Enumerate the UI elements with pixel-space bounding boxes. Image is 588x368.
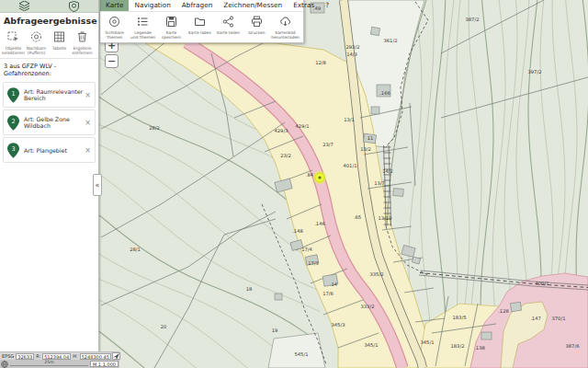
tool-caption: selektieren <box>2 51 25 55</box>
parcel-label: 13/2 <box>360 146 371 152</box>
map-pin-icon: 1 <box>7 87 19 103</box>
buffer-icon <box>30 31 42 42</box>
tool-caption: entfernen <box>71 51 94 55</box>
result-highlight-marker[interactable] <box>313 171 326 184</box>
map-scale-value[interactable]: M 1:1.000 <box>90 361 119 367</box>
select-objects-icon <box>7 31 19 42</box>
results-badge-icon <box>69 1 79 12</box>
parcel-label: 17/3 <box>308 260 319 266</box>
sidebar-collapse-handle[interactable]: « <box>93 174 102 196</box>
svg-text:1: 1 <box>11 89 15 97</box>
result-item[interactable]: 2 Art: Gelbe Zone Wildbach × <box>3 109 96 135</box>
tool-caption: speichern <box>157 36 186 40</box>
epsg-value[interactable]: 32633 <box>16 353 34 360</box>
parcel-label: 345/1 <box>365 342 379 348</box>
map-pin-icon: 2 <box>7 115 19 131</box>
visible-themes-button[interactable]: Sichtbare Themen <box>100 14 129 40</box>
parcel-label: 11 <box>368 135 374 141</box>
share-icon <box>222 16 234 28</box>
menu-tab-strip: Karte Navigation Abfragen Zeichnen/Messe… <box>100 0 303 12</box>
result-label: Art: Plangebiet <box>24 147 86 154</box>
result-label: Art: Gelbe Zone Wildbach <box>24 116 86 129</box>
scale-row: 25m M 1:1.000 <box>0 360 119 368</box>
r-coordinate-value[interactable]: 512394.04 <box>42 353 71 360</box>
legend-icon <box>137 16 149 28</box>
cloud-download-icon <box>279 16 291 28</box>
result-item[interactable]: 1 Art: Raumrelevanter Bereich × <box>3 82 96 108</box>
sidebar-title: Abfrageergebnisse <box>0 13 98 28</box>
parcel-label: .128 <box>498 308 509 314</box>
parcel-label: 28/1 <box>130 247 141 252</box>
tab-karte[interactable]: Karte <box>100 0 129 11</box>
save-icon <box>165 16 177 28</box>
load-map-button[interactable]: Karte laden <box>186 14 214 40</box>
table-button[interactable]: Tabelle <box>48 29 71 55</box>
select-objects-button[interactable]: Objekte selektieren <box>2 29 25 55</box>
building <box>275 293 282 300</box>
parcel-label: 23/7 <box>322 142 334 147</box>
results-panel-tab[interactable] <box>50 0 99 13</box>
parcel-label: .147 <box>530 316 541 321</box>
remove-results-button[interactable]: Ergebnis entfernen <box>71 29 94 55</box>
zoom-out-button[interactable]: − <box>105 54 119 68</box>
parcel-label: 335/2 <box>370 271 384 277</box>
tab-zeichnen-messen[interactable]: Zeichnen/Messen <box>218 0 288 11</box>
share-map-button[interactable]: Karte teilen <box>214 14 243 40</box>
tool-caption: Karte teilen <box>214 31 243 36</box>
parcel-label: 183/2 <box>451 343 465 349</box>
results-header: 3 aus GFZP WLV - Gefahrenzonen: <box>0 59 98 80</box>
parcel-label: 18 <box>246 286 253 292</box>
coordinate-row: EPSG 32633 R: 512394.04 H: 5248300.45 <box>0 351 119 360</box>
tool-caption: Drucken <box>243 31 271 36</box>
result-label: Art: Raumrelevanter Bereich <box>24 88 86 101</box>
print-button[interactable]: Drucken <box>243 14 271 40</box>
folder-icon <box>194 16 206 28</box>
result-item[interactable]: 3 Art: Plangebiet × <box>3 137 96 163</box>
parcel-label: .14 <box>330 282 338 287</box>
building <box>371 107 379 114</box>
tool-caption: Tabelle <box>48 46 71 51</box>
r-label: R: <box>36 353 40 359</box>
layers-panel-tab[interactable] <box>0 0 50 13</box>
tab-navigation[interactable]: Navigation <box>129 0 175 11</box>
svg-text:2: 2 <box>11 117 15 124</box>
parcel-label: 17/6 <box>322 291 334 296</box>
parcel-label: .146 <box>314 221 325 226</box>
parcel-label: 387/2 <box>466 17 480 22</box>
h-coordinate-value[interactable]: 5248300.45 <box>80 353 111 360</box>
legend-themes-button[interactable]: Legende und Themen <box>129 14 157 40</box>
building <box>370 27 379 35</box>
parcel-label: 397/2 <box>528 69 542 75</box>
scalebar-label: 25m <box>44 360 53 364</box>
download-map-image-button[interactable]: Kartenbild herunterladen <box>271 14 300 40</box>
svg-text:3: 3 <box>11 144 15 152</box>
parcel-label: 345/1 <box>421 339 435 345</box>
table-icon <box>53 31 65 42</box>
close-icon[interactable]: × <box>85 91 91 99</box>
tab-abfragen[interactable]: Abfragen <box>176 0 218 11</box>
parcel-label: 545/1 <box>295 351 309 357</box>
scalebar-line <box>10 365 88 366</box>
tab-extras[interactable]: Extras <box>288 0 320 11</box>
parcel-label: 293/2 <box>346 44 360 50</box>
disc-icon <box>108 16 120 28</box>
parcel-label: 14/3 <box>346 52 357 57</box>
parcel-label: .148 <box>292 228 303 234</box>
parcel-label: 12/8 <box>315 60 326 65</box>
parcel-label: 400/1 <box>536 281 549 286</box>
tool-caption: (Puffern) <box>25 51 48 55</box>
buffer-neighbours-button[interactable]: Nachbarn (Puffern) <box>25 29 48 55</box>
close-icon[interactable]: × <box>85 119 91 127</box>
tab-help[interactable]: ? <box>320 0 334 11</box>
parcel-label: .65 <box>354 214 361 220</box>
close-icon[interactable]: × <box>85 146 91 155</box>
save-map-button[interactable]: Karte speichern <box>157 14 186 40</box>
globe-icon[interactable] <box>1 361 8 368</box>
parcel-label: 429/1 <box>296 123 310 129</box>
parcel-label: 20 <box>161 324 167 329</box>
results-sidebar: Abfrageergebnisse Objekte selektieren Na… <box>0 0 99 368</box>
parcel-label: .166 <box>379 90 390 96</box>
parcel-label: 370/1 <box>552 316 566 321</box>
h-label: H: <box>73 353 77 359</box>
goto-coordinate-button[interactable] <box>112 352 120 360</box>
